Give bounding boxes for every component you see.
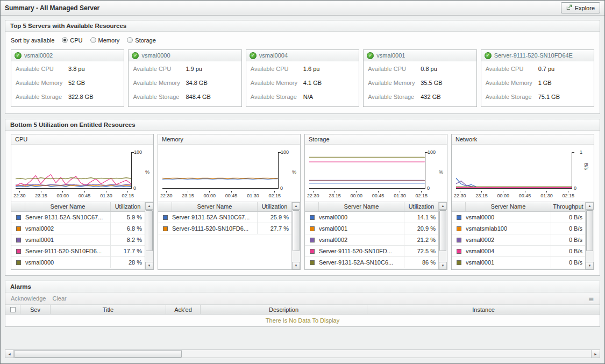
vertical-scrollbar[interactable]: ▲ ▼ (438, 202, 447, 269)
scrollbar-track[interactable] (439, 210, 446, 261)
server-card-1-header: ✓ vsmal0002 (11, 50, 124, 61)
table-row[interactable]: vsmal0001 0 B/s (452, 257, 585, 268)
table-row[interactable]: Server-9111-520-SN10FD... 72.5 % (305, 246, 438, 257)
radio-memory-label: Memory (98, 37, 120, 44)
vertical-scrollbar[interactable]: ▲ ▼ (291, 202, 300, 269)
select-all-cell[interactable] (5, 305, 20, 314)
table-row[interactable]: vsmal0002 21.2 % (305, 234, 438, 246)
y-axis-max-label: 100 (134, 149, 142, 155)
available-memory-value: 52 GB (68, 80, 85, 86)
server-card-2[interactable]: ✓ vsmal0000 Available CPU 1.9 pu Availab… (128, 49, 241, 107)
table-row[interactable]: vsmal0001 8.2 % (11, 234, 145, 246)
horizontal-scrollbar[interactable]: ◄ ► (5, 349, 600, 358)
table-row[interactable]: vsmal0001 20.9 % (305, 223, 438, 234)
radio-memory-control[interactable] (90, 37, 96, 43)
vertical-scrollbar[interactable]: ▲ ▼ (145, 202, 153, 269)
cpu-chart-svg (16, 152, 131, 188)
color-column-header[interactable] (158, 202, 172, 211)
scroll-up-button[interactable]: ▲ (439, 202, 447, 210)
x-tick: 02:15 (122, 191, 134, 198)
title-column-header[interactable]: Title (51, 305, 166, 314)
acked-column-header[interactable]: Ack'ed (166, 305, 201, 314)
cpu-chart: 100 0 % 22:30 23:15 00:00 00:45 01:30 02… (13, 147, 151, 201)
server-name-column-header[interactable]: Server Name (319, 202, 404, 211)
explore-button[interactable]: Explore (561, 2, 600, 13)
radio-storage-control[interactable] (127, 37, 133, 43)
storage-table-header: Server Name Utilization (305, 202, 438, 212)
utilization-column-header[interactable]: Utilization (110, 202, 145, 211)
server-name-column-header[interactable]: Server Name (25, 202, 110, 211)
scroll-down-button[interactable]: ▼ (145, 262, 153, 269)
storage-utilization-panel: Storage 100 0 % 22:30 23:15 00:00 00:45 (304, 134, 447, 270)
description-column-header[interactable]: Description (201, 305, 367, 314)
select-all-checkbox[interactable] (10, 307, 16, 312)
server-name: vsmal0002 (24, 52, 53, 59)
acknowledge-button[interactable]: Acknowledge (11, 295, 46, 302)
table-options-icon[interactable]: ≣ (588, 295, 594, 302)
row-utilization-value: 27.7 % (257, 223, 291, 234)
utilization-column-header[interactable]: Utilization (257, 202, 291, 211)
scroll-right-button[interactable]: ► (591, 350, 600, 358)
scroll-up-button[interactable]: ▲ (145, 202, 153, 210)
utilization-column-header[interactable]: Utilization (404, 202, 438, 211)
throughput-column-header[interactable]: Throughput (551, 202, 585, 211)
table-row[interactable]: vsmal0000 0 B/s (452, 212, 585, 223)
clear-button[interactable]: Clear (52, 295, 66, 302)
scroll-down-button[interactable]: ▼ (439, 262, 447, 269)
explore-icon (566, 4, 572, 11)
scrollbar-thumb[interactable] (146, 210, 153, 251)
scroll-down-button[interactable]: ▼ (292, 262, 300, 269)
available-cpu-value: 1.6 pu (303, 66, 320, 72)
color-column-header[interactable] (305, 202, 319, 211)
available-storage-value: 322.8 GB (68, 94, 93, 100)
radio-cpu-control[interactable] (62, 37, 68, 43)
available-cpu-value: 0.7 pu (538, 66, 555, 72)
severity-column-header[interactable]: Sev (20, 305, 51, 314)
x-tick: 02:15 (562, 191, 574, 198)
table-row[interactable]: Server-9131-52A-SN10C6... 86 % (305, 257, 438, 268)
table-row[interactable]: vsmal0002 0 B/s (452, 234, 585, 246)
scroll-left-button[interactable]: ◄ (5, 350, 14, 358)
server-card-3[interactable]: ✓ vsmal0004 Available CPU 1.6 pu Availab… (246, 49, 359, 107)
color-column-header[interactable] (11, 202, 25, 211)
table-row[interactable]: vsmatsmlab100 0 B/s (452, 223, 585, 234)
table-row[interactable]: Server-9131-52A-SN10C67... 25.9 % (158, 212, 291, 223)
scrollbar-track[interactable] (146, 210, 153, 261)
h-scrollbar-track[interactable] (182, 350, 591, 358)
row-utilization-value: 72.5 % (404, 246, 438, 256)
table-row[interactable]: vsmal0002 6.8 % (11, 223, 145, 234)
server-name-column-header[interactable]: Server Name (172, 202, 257, 211)
scrollbar-thumb[interactable] (586, 210, 593, 251)
scroll-up-button[interactable]: ▲ (292, 202, 300, 210)
table-row[interactable]: Server-9111-520-SN10FD6... 17.7 % (11, 246, 145, 257)
scrollbar-thumb[interactable] (439, 210, 446, 251)
radio-cpu[interactable]: CPU (62, 37, 82, 44)
scroll-down-button[interactable]: ▼ (586, 262, 594, 269)
table-row[interactable]: vsmal0000 14.1 % (305, 212, 438, 223)
server-name-column-header[interactable]: Server Name (466, 202, 551, 211)
server-card-1[interactable]: ✓ vsmal0002 Available CPU 3.8 pu Availab… (11, 49, 124, 107)
network-chart-svg (456, 152, 572, 188)
radio-storage[interactable]: Storage (127, 37, 156, 44)
series-color-swatch (310, 215, 315, 220)
scrollbar-track[interactable] (293, 210, 300, 261)
radio-memory[interactable]: Memory (90, 37, 120, 44)
row-throughput-value: 0 B/s (551, 223, 585, 234)
scroll-up-button[interactable]: ▲ (586, 202, 594, 210)
color-column-header[interactable] (452, 202, 466, 211)
series-color-swatch (163, 226, 168, 231)
table-row[interactable]: vsmal0000 28 % (11, 257, 145, 268)
scrollbar-thumb[interactable] (293, 210, 300, 251)
vertical-scrollbar[interactable]: ▲ ▼ (585, 202, 594, 269)
x-tick: 22:30 (13, 191, 26, 198)
table-row[interactable]: vsmal0004 0 B/s (452, 246, 585, 257)
h-scrollbar-thumb[interactable] (14, 350, 182, 358)
table-row[interactable]: Server-9131-52A-SN10C67... 5.9 % (11, 212, 145, 223)
table-row[interactable]: Server-9111-520-SN10FD6... 27.7 % (158, 223, 291, 234)
instance-column-header[interactable]: Instance (367, 305, 600, 314)
cpu-table-rows: Server-9131-52A-SN10C67... 5.9 % vsmal00… (11, 212, 145, 269)
server-card-5[interactable]: ✓ Server-9111-520-SN10FD64E Available CP… (481, 49, 594, 107)
scrollbar-track[interactable] (586, 210, 593, 261)
sort-row: Sort by available CPU Memory Storage (11, 33, 594, 47)
server-card-4[interactable]: ✓ vsmal0001 Available CPU 0.8 pu Availab… (363, 49, 476, 107)
